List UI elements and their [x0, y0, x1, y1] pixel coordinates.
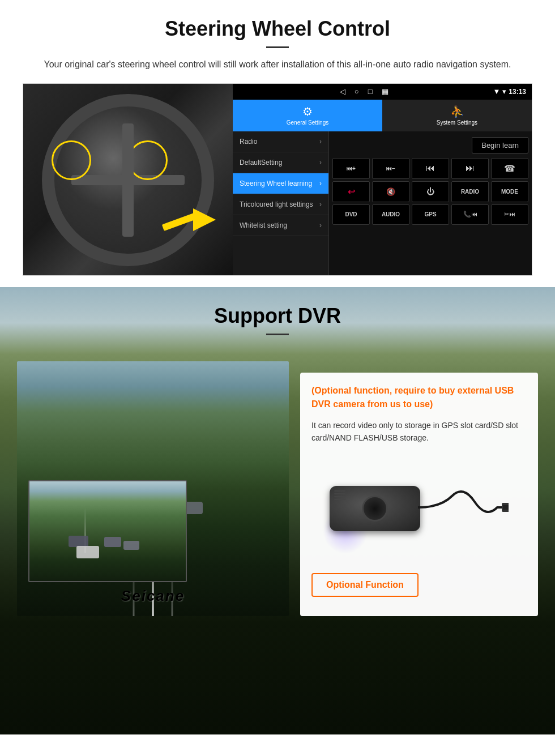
menu-item-tricolour[interactable]: Tricoloured light settings › — [233, 194, 328, 215]
usb-cable-svg — [418, 490, 509, 524]
wifi-settings-icon: ⛹ — [450, 105, 464, 118]
highlight-circle-right — [128, 140, 168, 180]
status-indicators: ▼ ▾ 13:13 — [493, 87, 526, 96]
audio-label: AUDIO — [382, 211, 400, 217]
begin-learn-row: Begin learn — [332, 135, 528, 156]
arrow-head — [193, 208, 216, 231]
menu-item-whitelist[interactable]: Whitelist setting › — [233, 215, 328, 236]
menu-label-default: DefaultSetting — [240, 159, 282, 166]
tab-general-settings[interactable]: ⚙ General Settings — [233, 100, 382, 131]
chevron-right-icon: › — [319, 138, 322, 146]
menu-icon: ▦ — [382, 87, 388, 96]
seicane-brand-logo: Seicane — [121, 587, 185, 605]
right-panel: Begin learn ⏮+ ⏮− ⏮ ⏭ ☎ ↩ 🔇 ⏻ RADIO MODE — [329, 131, 532, 275]
power-icon: ⏻ — [426, 187, 434, 196]
vol-down-icon: ⏮− — [386, 165, 395, 172]
begin-learn-button[interactable]: Begin learn — [472, 137, 528, 153]
wifi-icon: ▾ — [502, 87, 506, 96]
signal-icon: ▼ — [493, 87, 500, 96]
chevron-right-icon-5: › — [319, 221, 322, 229]
dvr-title: Support DVR — [23, 304, 532, 328]
dvr-left-panel: Seicane — [17, 361, 289, 616]
cut-next-button[interactable]: ✂⏭ — [491, 204, 528, 225]
tab-general-label: General Settings — [287, 119, 329, 126]
mute-button[interactable]: 🔇 — [372, 181, 409, 202]
back-icon: ◁ — [340, 87, 345, 96]
arrow-shaft — [162, 213, 196, 231]
optional-function-button[interactable]: Optional Function — [311, 573, 419, 597]
menu-label-radio: Radio — [240, 138, 257, 146]
dvr-description: It can record video only to storage in G… — [311, 419, 527, 445]
control-buttons-row1: ⏮+ ⏮− ⏮ ⏭ ☎ ↩ 🔇 ⏻ RADIO MODE DVD AUDIO G… — [332, 158, 528, 225]
dvr-optional-text: (Optional function, require to buy exter… — [311, 384, 527, 411]
dvr-title-area: Support DVR — [0, 287, 555, 356]
dvr-camera-image — [311, 452, 527, 565]
radio-button[interactable]: RADIO — [451, 181, 489, 202]
menu-item-steering-wheel[interactable]: Steering Wheel learning › — [233, 173, 328, 194]
dvr-camera-body — [330, 486, 420, 531]
phone-icon: ☎ — [504, 163, 515, 174]
steering-wheel-image — [23, 84, 233, 276]
dvd-button[interactable]: DVD — [332, 204, 370, 225]
content-area: Radio › DefaultSetting › Steering Wheel … — [233, 131, 532, 275]
phone-prev-icon: 📞⏮ — [463, 211, 477, 218]
menu-item-radio[interactable]: Radio › — [233, 131, 328, 152]
mute-icon: 🔇 — [386, 187, 395, 196]
menu-label-steering: Steering Wheel learning — [240, 180, 312, 187]
android-ui: ◁ ○ □ ▦ ▼ ▾ 13:13 ⚙ General Settings — [233, 84, 532, 275]
chevron-right-icon-2: › — [319, 159, 322, 166]
tab-system-settings[interactable]: ⛹ System Settings — [382, 100, 532, 131]
steering-section: Steering Wheel Control Your original car… — [0, 0, 555, 287]
vol-up-button[interactable]: ⏮+ — [332, 158, 370, 179]
vol-up-icon: ⏮+ — [347, 165, 356, 172]
gps-label: GPS — [424, 211, 436, 217]
menu-label-whitelist: Whitelist setting — [240, 221, 287, 229]
vol-down-button[interactable]: ⏮− — [372, 158, 409, 179]
prev-icon: ⏮ — [426, 163, 435, 173]
tab-bar: ⚙ General Settings ⛹ System Settings — [233, 100, 532, 131]
next-button[interactable]: ⏭ — [451, 158, 489, 179]
next-icon: ⏭ — [466, 163, 475, 173]
power-button[interactable]: ⏻ — [412, 181, 449, 202]
dvr-section: Support DVR — [0, 287, 555, 734]
dashcam-inset — [28, 480, 187, 582]
dvd-label: DVD — [345, 211, 357, 217]
status-bar: ◁ ○ □ ▦ ▼ ▾ 13:13 — [233, 84, 532, 100]
nav-icons: ◁ ○ □ ▦ — [238, 87, 489, 96]
mode-label: MODE — [501, 189, 518, 195]
tab-system-label: System Settings — [437, 119, 477, 126]
prev-button[interactable]: ⏮ — [412, 158, 449, 179]
menu-item-default[interactable]: DefaultSetting › — [233, 152, 328, 173]
highlight-circle-left — [52, 140, 91, 180]
hangup-button[interactable]: ↩ — [332, 181, 370, 202]
phone-prev-button[interactable]: 📞⏮ — [451, 204, 489, 225]
title-divider — [266, 46, 289, 48]
mode-button[interactable]: MODE — [491, 181, 528, 202]
svg-rect-1 — [503, 505, 509, 510]
page-title: Steering Wheel Control — [23, 17, 532, 41]
gps-button[interactable]: GPS — [412, 204, 449, 225]
recents-icon: □ — [368, 87, 373, 96]
chevron-right-icon-4: › — [319, 200, 322, 208]
menu-label-tricolour: Tricoloured light settings — [240, 200, 313, 208]
left-menu: Radio › DefaultSetting › Steering Wheel … — [233, 131, 329, 275]
chevron-right-icon-3: › — [319, 180, 322, 187]
audio-button[interactable]: AUDIO — [372, 204, 409, 225]
hangup-icon: ↩ — [348, 186, 355, 197]
dvr-info-card: (Optional function, require to buy exter… — [300, 373, 538, 616]
radio-label: RADIO — [461, 189, 479, 195]
cut-next-icon: ✂⏭ — [504, 211, 515, 218]
dvr-title-divider — [266, 334, 289, 335]
section-subtitle: Your original car's steering wheel contr… — [34, 57, 521, 72]
status-time: 13:13 — [509, 88, 526, 96]
phone-button[interactable]: ☎ — [491, 158, 528, 179]
gear-icon: ⚙ — [302, 105, 313, 118]
home-icon: ○ — [355, 87, 359, 96]
steering-demo: ◁ ○ □ ▦ ▼ ▾ 13:13 ⚙ General Settings — [23, 83, 532, 276]
dvr-content: Seicane (Optional function, require to b… — [0, 361, 555, 633]
spoke-horizontal — [71, 175, 185, 185]
